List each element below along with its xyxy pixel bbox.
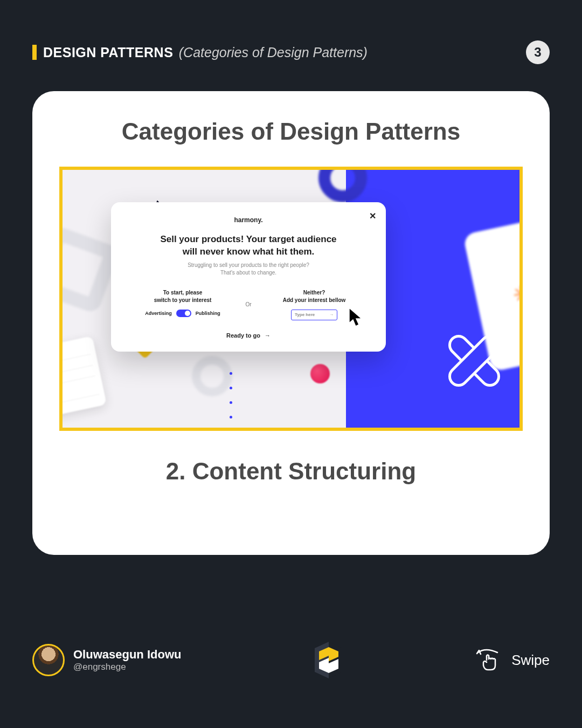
footer: Oluwasegun Idowu @engrshege Swipe (32, 641, 550, 679)
ring-bottom-icon (192, 356, 232, 396)
header-left: DESIGN PATTERNS (Categories of Design Pa… (32, 45, 368, 60)
author-block: Oluwasegun Idowu @engrshege (32, 644, 181, 676)
header-subtitle: (Categories of Design Patterns) (179, 45, 368, 60)
modal-right-line: Neither? (262, 289, 366, 297)
content-card: Categories of Design Patterns ✳︎ Fo Co L… (32, 91, 550, 555)
gear-icon: ✳︎ (511, 280, 523, 308)
ball-shape-icon (310, 364, 330, 383)
header: DESIGN PATTERNS (Categories of Design Pa… (0, 0, 582, 64)
author-handle: @engrshege (73, 662, 181, 672)
card-footer-title: 2. Content Structuring (59, 458, 523, 485)
swipe-hand-icon (476, 648, 502, 672)
accent-bar (32, 45, 37, 60)
author-name: Oluwasegun Idowu (73, 648, 181, 662)
toggle-switch[interactable] (176, 310, 191, 317)
modal-sub-line: That's about to change. (130, 269, 366, 277)
modal-headline-line: Sell your products! Your target audience (130, 233, 366, 246)
close-icon[interactable]: ✕ (369, 211, 376, 221)
ready-button[interactable]: Ready to go → (130, 332, 366, 339)
cursor-icon (347, 307, 366, 328)
card-title: Categories of Design Patterns (59, 118, 523, 145)
modal-or-label: Or (240, 301, 257, 307)
header-title: DESIGN PATTERNS (43, 45, 173, 60)
brand-logo-icon (311, 641, 346, 679)
modal-options-row: To start, please switch to your interest… (130, 289, 366, 320)
modal-headline: Sell your products! Your target audience… (130, 233, 366, 258)
author-text: Oluwasegun Idowu @engrshege (73, 648, 181, 672)
interest-input[interactable]: Type here → (291, 310, 337, 320)
toggle-label-left: Advertising (145, 310, 172, 317)
swipe-label: Swipe (511, 652, 550, 669)
modal-left-line: To start, please (130, 289, 235, 297)
header-title-wrap: DESIGN PATTERNS (Categories of Design Pa… (43, 45, 368, 60)
modal-right-line: Add your interest bellow (262, 297, 366, 304)
dot-column-icon (230, 372, 232, 418)
page-number-badge: 3 (526, 40, 550, 64)
illustration-frame: ✳︎ Fo Co L Form n onsultation scribe har… (59, 167, 523, 431)
swipe-hint[interactable]: Swipe (476, 648, 550, 672)
modal-brand: harmony. (130, 216, 366, 224)
interest-toggle[interactable]: Advertising Publishing (130, 310, 235, 317)
input-placeholder: Type here (295, 312, 315, 318)
modal-headline-line: will never know what hit them. (130, 246, 366, 258)
modal-sub-line: Struggling to sell your products to the … (130, 262, 366, 270)
modal-left-option: To start, please switch to your interest… (130, 289, 235, 317)
avatar (32, 644, 65, 676)
onboarding-modal: harmony. ✕ Sell your products! Your targ… (111, 202, 386, 352)
toggle-label-right: Publishing (196, 310, 220, 317)
arrow-right-icon: → (265, 332, 271, 339)
modal-subtitle: Struggling to sell your products to the … (130, 262, 366, 277)
cta-label: Ready to go (226, 332, 260, 339)
arrow-right-icon: → (329, 312, 334, 318)
modal-left-line: switch to your interest (130, 297, 235, 304)
